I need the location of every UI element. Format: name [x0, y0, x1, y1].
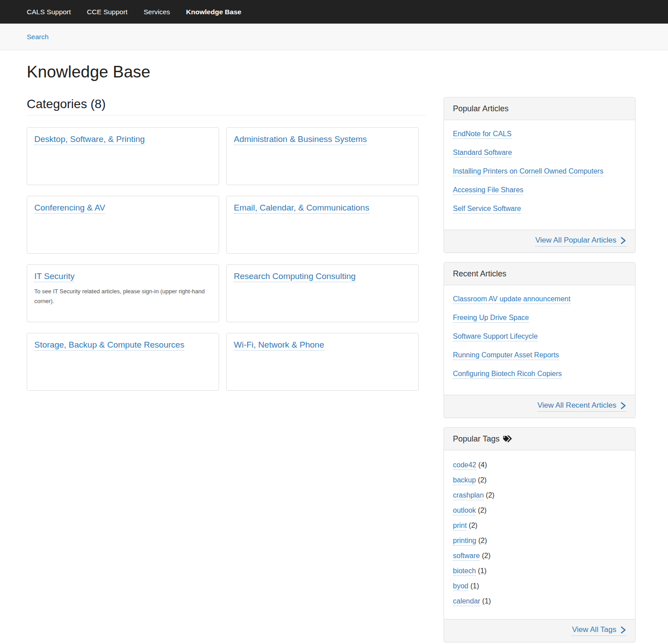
- list-item: Configuring Biotech Ricoh Copiers: [453, 369, 626, 379]
- article-link[interactable]: Accessing File Shares: [453, 186, 523, 195]
- categories-section: Categories (8) Desktop, Software, & Prin…: [27, 97, 427, 391]
- category-link[interactable]: Research Computing Consulting: [234, 271, 356, 282]
- category-card-it-security: IT Security To see IT Security related a…: [27, 264, 219, 322]
- view-all-popular-articles-link[interactable]: View All Popular Articles: [535, 236, 626, 247]
- view-all-label: View All Recent Articles: [538, 401, 616, 410]
- tag-item: code42 (4): [453, 460, 626, 470]
- chevron-right-icon: [620, 402, 626, 409]
- article-link[interactable]: Installing Printers on Cornell Owned Com…: [453, 167, 603, 176]
- view-all-recent-articles-link[interactable]: View All Recent Articles: [538, 401, 626, 412]
- tag-link[interactable]: calendar: [453, 597, 480, 606]
- recent-articles-title: Recent Articles: [453, 269, 506, 279]
- tag-count: (4): [478, 461, 487, 469]
- popular-tags-footer: View All Tags: [444, 619, 635, 642]
- categories-divider: [27, 115, 427, 116]
- recent-articles-panel: Recent Articles Classroom AV update anno…: [444, 262, 635, 418]
- category-link[interactable]: IT Security: [34, 271, 74, 282]
- list-item: Software Support Lifecycle: [453, 332, 626, 341]
- tag-link[interactable]: software: [453, 552, 480, 561]
- tag-link[interactable]: crashplan: [453, 491, 484, 500]
- tag-link[interactable]: byod: [453, 582, 468, 591]
- page-content: Knowledge Base Categories (8) Desktop, S…: [0, 63, 668, 644]
- view-all-tags-link[interactable]: View All Tags: [572, 625, 626, 636]
- list-item: Standard Software: [453, 148, 626, 158]
- category-grid: Desktop, Software, & Printing Administra…: [27, 127, 427, 391]
- categories-heading: Categories (8): [27, 97, 427, 111]
- list-item: EndNote for CALS: [453, 129, 626, 139]
- category-description: To see IT Security related articles, ple…: [34, 287, 212, 306]
- list-item: Accessing File Shares: [453, 185, 626, 195]
- tag-count: (2): [478, 506, 487, 514]
- tag-item: biotech (1): [453, 566, 626, 575]
- category-card-administration-business-systems: Administration & Business Systems: [226, 127, 419, 185]
- popular-articles-footer: View All Popular Articles: [444, 230, 635, 252]
- page-title: Knowledge Base: [27, 63, 635, 81]
- category-card-research-computing-consulting: Research Computing Consulting: [226, 264, 419, 322]
- tag-link[interactable]: code42: [453, 461, 477, 470]
- category-link[interactable]: Administration & Business Systems: [234, 134, 367, 145]
- view-all-label: View All Tags: [572, 625, 616, 634]
- nav-item-cals-support[interactable]: CALS Support: [27, 8, 71, 16]
- article-link[interactable]: Freeing Up Drive Space: [453, 314, 529, 323]
- tag-item: crashplan (2): [453, 490, 626, 500]
- tag-count: (1): [482, 597, 491, 605]
- tag-item: print (2): [453, 521, 626, 530]
- list-item: Running Computer Asset Reports: [453, 350, 626, 360]
- recent-articles-list: Classroom AV update announcement Freeing…: [444, 285, 635, 395]
- list-item: Self Service Software: [453, 204, 626, 214]
- list-item: Installing Printers on Cornell Owned Com…: [453, 166, 626, 176]
- tag-count: (2): [486, 491, 495, 499]
- view-all-label: View All Popular Articles: [535, 236, 616, 245]
- tag-count: (2): [469, 522, 478, 529]
- category-link[interactable]: Conferencing & AV: [34, 203, 105, 214]
- tag-item: byod (1): [453, 581, 626, 591]
- search-link[interactable]: Search: [27, 33, 49, 41]
- popular-tags-title: Popular Tags: [453, 434, 500, 444]
- category-card-email-calendar-communications: Email, Calendar, & Communications: [226, 196, 419, 254]
- tag-item: software (2): [453, 551, 626, 560]
- category-card-storage-backup-compute: Storage, Backup & Compute Resources: [27, 333, 219, 391]
- tag-count: (2): [482, 552, 491, 559]
- list-item: Freeing Up Drive Space: [453, 313, 626, 323]
- tag-item: calendar (1): [453, 596, 626, 606]
- tag-link[interactable]: print: [453, 522, 467, 531]
- popular-tags-panel: Popular Tags code42 (4) backup (2) crash…: [444, 427, 635, 642]
- chevron-right-icon: [620, 237, 626, 244]
- category-link[interactable]: Desktop, Software, & Printing: [34, 134, 145, 145]
- category-link[interactable]: Email, Calendar, & Communications: [234, 203, 369, 214]
- recent-articles-footer: View All Recent Articles: [444, 395, 635, 417]
- chevron-right-icon: [620, 626, 626, 634]
- article-link[interactable]: Classroom AV update announcement: [453, 295, 570, 304]
- nav-item-knowledge-base[interactable]: Knowledge Base: [186, 8, 241, 16]
- tag-link[interactable]: printing: [453, 537, 476, 546]
- article-link[interactable]: Configuring Biotech Ricoh Copiers: [453, 370, 562, 379]
- nav-item-cce-support[interactable]: CCE Support: [87, 8, 127, 16]
- popular-articles-list: EndNote for CALS Standard Software Insta…: [444, 120, 635, 230]
- category-link[interactable]: Storage, Backup & Compute Resources: [34, 340, 184, 351]
- popular-tags-heading: Popular Tags: [444, 428, 635, 450]
- secondary-navbar: Search: [0, 24, 668, 50]
- nav-item-services[interactable]: Services: [143, 8, 170, 16]
- recent-articles-heading: Recent Articles: [444, 263, 635, 285]
- article-link[interactable]: Self Service Software: [453, 205, 521, 214]
- article-link[interactable]: EndNote for CALS: [453, 130, 512, 139]
- article-link[interactable]: Running Computer Asset Reports: [453, 351, 559, 360]
- tag-count: (1): [470, 582, 479, 590]
- tag-item: printing (2): [453, 536, 626, 545]
- list-item: Classroom AV update announcement: [453, 294, 626, 304]
- tag-link[interactable]: backup: [453, 476, 476, 485]
- category-card-wifi-network-phone: Wi-Fi, Network & Phone: [226, 333, 419, 391]
- article-link[interactable]: Standard Software: [453, 149, 512, 158]
- tag-link[interactable]: biotech: [453, 567, 476, 576]
- category-card-conferencing-av: Conferencing & AV: [27, 196, 219, 254]
- tags-icon: [502, 435, 513, 444]
- tag-link[interactable]: outlook: [453, 506, 476, 515]
- popular-tags-list: code42 (4) backup (2) crashplan (2) outl…: [444, 450, 635, 619]
- tag-count: (1): [478, 567, 487, 575]
- category-card-desktop-software-printing: Desktop, Software, & Printing: [27, 127, 219, 185]
- top-navbar: CALS Support CCE Support Services Knowle…: [0, 0, 668, 24]
- article-link[interactable]: Software Support Lifecycle: [453, 332, 538, 341]
- category-link[interactable]: Wi-Fi, Network & Phone: [234, 340, 324, 351]
- popular-articles-panel: Popular Articles EndNote for CALS Standa…: [444, 97, 635, 253]
- tag-item: outlook (2): [453, 506, 626, 515]
